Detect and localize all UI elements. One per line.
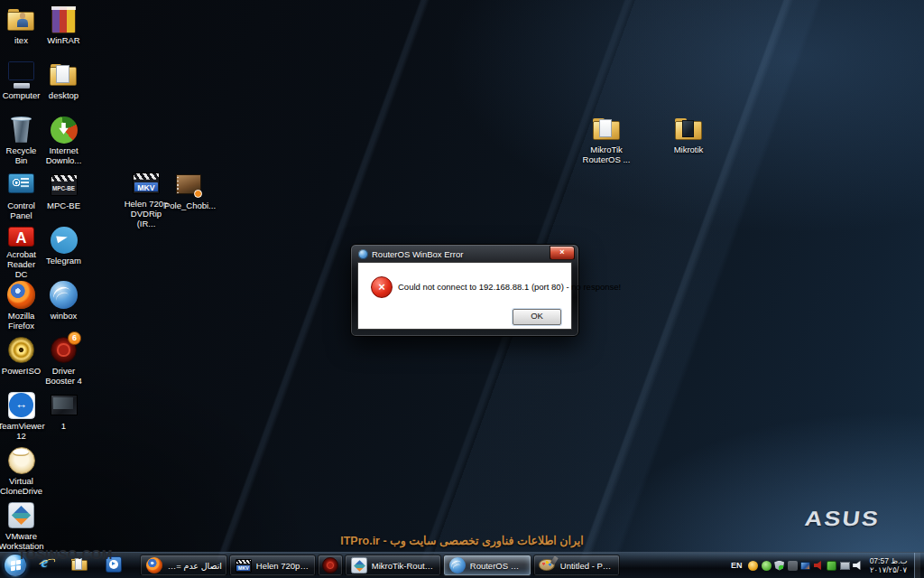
mpc-be-clapper-icon <box>49 170 79 200</box>
asus-logo: ASUS <box>803 507 881 530</box>
desktop-icon-label: 1 <box>61 422 66 432</box>
winbox-error-dialog: RouterOS WinBox Error × × Could not conn… <box>350 244 579 337</box>
taskbar-window-helen-mkv[interactable]: Helen 720p DVDRi... <box>229 555 316 576</box>
desktop-icon-label: Control Panel <box>0 201 42 221</box>
watermark-text: TOSINSO.COM <box>18 547 113 562</box>
desktop-icon-helen-mkv[interactable]: Helen 720p DVDRip (IR... <box>123 168 170 229</box>
driver-booster-icon: 6 <box>49 335 79 365</box>
desktop-icon-label: itex <box>14 36 28 46</box>
desktop-icon-label: Virtual CloneDrive <box>0 477 42 497</box>
ok-button[interactable]: OK <box>513 309 561 325</box>
video-thumbnail-icon <box>174 170 204 200</box>
green-app-tray-icon[interactable] <box>762 561 772 571</box>
taskbar-window-driver-booster[interactable] <box>318 555 343 576</box>
taskbar-window-label: MikroTik-Router... <box>372 561 436 571</box>
green-cube-tray-icon[interactable] <box>827 561 836 571</box>
close-icon[interactable]: × <box>550 246 575 260</box>
inactive-app-tray-icon[interactable] <box>788 561 798 571</box>
firefox-icon <box>6 280 36 310</box>
volume-tray-icon[interactable] <box>853 561 863 571</box>
show-desktop-button[interactable] <box>914 553 920 578</box>
desktop-icon-recycle-bin[interactable]: Recycle Bin <box>0 115 42 170</box>
desktop-icon-driver-booster[interactable]: 6Driver Booster 4 <box>42 335 85 390</box>
desktop-icon-control-panel[interactable]: Control Panel <box>0 170 42 225</box>
red-volume-tray-icon[interactable] <box>814 561 824 571</box>
winrar-books-icon <box>49 5 79 34</box>
desktop-icon-label: MikroTik RouterOS ... <box>582 145 631 165</box>
desktop-icon-label: TeamViewer 12 <box>0 422 45 442</box>
desktop-icon-label: MPC-BE <box>47 201 80 211</box>
vmware-icon <box>350 556 368 574</box>
desktop-icon-label: desktop <box>49 91 79 101</box>
firefox-icon <box>145 556 163 574</box>
winbox-globe-icon <box>448 556 467 574</box>
desktop-icon-label: Recycle Bin <box>0 146 42 166</box>
error-icon: × <box>371 276 393 298</box>
idm-tray-icon[interactable] <box>748 561 758 571</box>
taskbar-window-label: اتصال عدم = سوال ... <box>167 561 222 571</box>
dialog-title: RouterOS WinBox Error <box>372 249 463 259</box>
desktop-icon-acrobat[interactable]: Acrobat Reader DC <box>0 225 42 280</box>
language-indicator[interactable]: EN <box>728 559 745 572</box>
dialog-message: Could not connect to 192.168.88.1 (port … <box>398 282 568 292</box>
desktop-icon-telegram[interactable]: Telegram <box>42 225 85 280</box>
desktop-icon-label: Internet Downlo... <box>42 146 85 166</box>
desktop-icon-image-1[interactable]: 1 <box>42 390 85 445</box>
desktop-icon-itex[interactable]: itex <box>0 5 42 60</box>
mkv-file-icon <box>235 556 253 574</box>
folder-dark-icon <box>674 114 704 144</box>
desktop-icon-poweriso[interactable]: PowerISO <box>0 335 42 390</box>
image-thumbnail-icon <box>49 390 79 420</box>
desktop-icon-mikrotik[interactable]: Mikrotik <box>665 114 712 155</box>
desktop-icon-label: Mozilla Firefox <box>0 312 42 331</box>
footer-site-text: ایران اطلاعات فناوری تخصصی سایت وب - ITP… <box>0 534 924 547</box>
desktop-icon-mikrotik-routeros[interactable]: MikroTik RouterOS ... <box>580 114 633 165</box>
winbox-globe-icon <box>49 280 79 310</box>
paint-palette-icon <box>539 556 557 574</box>
security-shield-tray-icon[interactable] <box>774 561 784 571</box>
desktop-icon-mpc-be[interactable]: MPC-BE <box>42 170 85 225</box>
control-panel-icon <box>6 170 36 200</box>
teamviewer-icon <box>6 390 36 420</box>
desktop: itex Computer Recycle Bin Control Panel … <box>0 0 924 578</box>
taskbar-window-firefox[interactable]: اتصال عدم = سوال ... <box>140 555 227 576</box>
idm-icon <box>49 115 79 144</box>
folder-papers-icon <box>49 60 79 89</box>
desktop-icon-idm[interactable]: Internet Downlo... <box>42 115 85 170</box>
desktop-icon-label: Helen 720p DVDRip (IR... <box>123 200 170 229</box>
desktop-icon-winrar[interactable]: WinRAR <box>42 5 85 60</box>
desktop-icon-label: WinRAR <box>47 36 79 46</box>
recycle-bin-icon <box>6 115 36 144</box>
desktop-icon-computer[interactable]: Computer <box>0 60 42 115</box>
mkv-file-icon <box>132 168 162 198</box>
taskbar-window-mikrotik-vmware[interactable]: MikroTik-Router... <box>345 555 441 576</box>
acrobat-reader-icon <box>6 225 36 248</box>
system-tray: EN 07:57 ب.ظ ۲۰۱۷/۲۵/۰۷ <box>728 553 920 578</box>
virtual-clonedrive-icon <box>6 445 36 475</box>
desktop-icon-label: Computer <box>3 91 41 101</box>
clock[interactable]: 07:57 ب.ظ ۲۰۱۷/۲۵/۰۷ <box>866 556 911 574</box>
desktop-icon-winbox[interactable]: winbox <box>42 280 85 335</box>
desktop-icon-label: winbox <box>51 312 78 322</box>
clock-time: 07:57 ب.ظ <box>870 556 908 565</box>
clock-date: ۲۰۱۷/۲۵/۰۷ <box>870 565 907 574</box>
desktop-icon-desktop-folder[interactable]: desktop <box>42 60 85 115</box>
desktop-icon-pole-chobi[interactable]: Pole_Chobi... <box>166 170 211 211</box>
poweriso-disc-icon <box>6 335 36 365</box>
desktop-icon-firefox[interactable]: Mozilla Firefox <box>0 280 42 335</box>
desktop-icon-grid: itex Computer Recycle Bin Control Panel … <box>0 5 85 555</box>
desktop-icon-label: Telegram <box>46 256 81 266</box>
display-tray-icon[interactable] <box>800 562 810 570</box>
winbox-globe-icon <box>358 249 368 259</box>
dialog-client-area: × Could not connect to 192.168.88.1 (por… <box>357 262 572 330</box>
network-tray-icon[interactable] <box>840 562 850 570</box>
desktop-icon-virtual-clonedrive[interactable]: Virtual CloneDrive <box>0 445 42 500</box>
desktop-icon-label: Acrobat Reader DC <box>0 250 42 280</box>
taskbar-window-routeros-winbox[interactable]: RouterOS WinBox... <box>443 555 531 576</box>
desktop-icon-teamviewer[interactable]: TeamViewer 12 <box>0 390 42 445</box>
folder-doc-icon <box>592 114 622 144</box>
desktop-icon-label: PowerISO <box>2 367 41 377</box>
taskbar: اتصال عدم = سوال ... Helen 720p DVDRi...… <box>0 552 924 578</box>
taskbar-window-paint[interactable]: Untitled - Paint <box>533 555 620 576</box>
dialog-titlebar[interactable]: RouterOS WinBox Error <box>358 247 542 261</box>
